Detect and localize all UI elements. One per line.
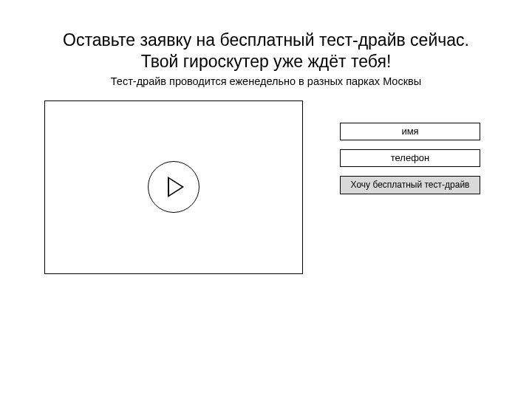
heading-line-1: Оставьте заявку на бесплатный тест-драйв… — [63, 30, 469, 50]
name-field[interactable]: имя — [340, 123, 480, 140]
phone-field[interactable]: телефон — [340, 149, 480, 167]
signup-form: имя телефон Хочу бесплатный тест-драйв — [340, 123, 480, 195]
video-placeholder[interactable] — [44, 100, 303, 274]
submit-button[interactable]: Хочу бесплатный тест-драйв — [340, 176, 480, 195]
play-icon — [168, 177, 184, 197]
heading-line-2: Твой гироскутер уже ждёт тебя! — [141, 52, 392, 71]
page-subheading: Тест-драйв проводится еженедельно в разн… — [44, 75, 488, 87]
play-button[interactable] — [148, 161, 200, 213]
page-heading: Оставьте заявку на бесплатный тест-драйв… — [44, 30, 488, 72]
